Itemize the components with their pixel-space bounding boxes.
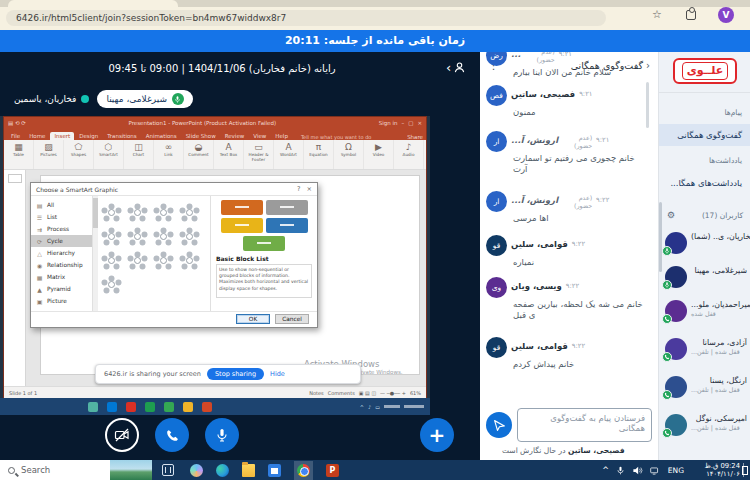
taskbar-clock[interactable]: 09:24 ق.ظ ۱۴۰۴/۱۱/۰۶ xyxy=(686,462,740,479)
category-all[interactable]: ▤All xyxy=(31,199,92,211)
file-explorer-icon[interactable] xyxy=(242,464,255,477)
smartart-thumb[interactable] xyxy=(100,224,122,246)
category-list[interactable]: ☰List xyxy=(31,211,92,223)
sign-in-link[interactable]: Sign in xyxy=(379,120,398,126)
smartart-thumb[interactable] xyxy=(100,272,122,294)
stop-sharing-button[interactable]: Stop sharing xyxy=(207,368,264,380)
ribbon-group[interactable]: ΩSymbol xyxy=(334,140,364,169)
browser-profile-avatar[interactable]: V xyxy=(718,7,734,23)
ribbon-group[interactable]: ▭Header & Footer xyxy=(244,140,274,169)
smartart-thumb[interactable] xyxy=(100,200,122,222)
smartart-thumb[interactable] xyxy=(152,248,174,270)
copilot-icon[interactable] xyxy=(190,464,203,477)
smartart-thumb[interactable] xyxy=(178,224,200,246)
hide-link[interactable]: Hide xyxy=(270,370,285,378)
user-row[interactable]: میراحمدیان، ملو...قفل شده xyxy=(659,300,750,322)
ribbon-group[interactable]: ♪Audio xyxy=(394,140,424,169)
actions-plus-button[interactable]: + xyxy=(420,418,454,452)
category-pyramid[interactable]: ▲Pyramid xyxy=(31,283,92,295)
slide-thumbnail[interactable] xyxy=(8,174,22,183)
ppt-tab-file[interactable]: File xyxy=(7,132,24,140)
sidebar-item-public-chat[interactable]: گفت‌وگوی همگانی xyxy=(659,124,750,146)
bookmark-star-icon[interactable]: ☆ xyxy=(652,8,662,21)
tray-volume-icon[interactable] xyxy=(632,465,643,476)
view-icons[interactable]: ▣ ▤ ◫ xyxy=(359,390,376,396)
microsoft-store-icon[interactable] xyxy=(268,464,281,477)
search-highlights-image[interactable] xyxy=(110,460,152,480)
category-process[interactable]: ⇉Process xyxy=(31,223,92,235)
action-center-icon[interactable] xyxy=(743,463,750,477)
close-icon[interactable]: × xyxy=(307,185,312,193)
chat-scrollbar[interactable] xyxy=(646,82,649,128)
zoom-slider[interactable]: — ─●── + xyxy=(380,390,406,396)
url-bar[interactable]: 6426.ir/html5client/join?sessionToken=bn… xyxy=(6,10,606,26)
notes-button[interactable]: Notes xyxy=(309,390,323,396)
sidebar-item-shared-notes[interactable]: یادداشت‌های همگا... xyxy=(659,172,750,194)
ppt-tab-help[interactable]: Help xyxy=(271,132,292,140)
category-picture[interactable]: ▣Picture xyxy=(31,295,92,307)
help-icon[interactable]: ? xyxy=(297,185,300,193)
comments-button[interactable]: Comments xyxy=(328,390,355,396)
ppt-tab-review[interactable]: Review xyxy=(221,132,249,140)
ribbon-group[interactable]: ⬠Shapes xyxy=(64,140,94,169)
minimize-icon[interactable]: – xyxy=(401,120,404,126)
user-row[interactable]: فخاریان، ی.. (شما) xyxy=(659,232,750,254)
send-message-button[interactable] xyxy=(486,412,512,438)
task-view-icon[interactable] xyxy=(162,464,174,476)
toggle-userlist-button[interactable]: ‹ xyxy=(446,60,466,75)
category-matrix[interactable]: ▦Matrix xyxy=(31,271,92,283)
manage-users-gear-icon[interactable]: ⚙ xyxy=(667,210,675,220)
taskbar-search-box[interactable]: Search xyxy=(0,460,110,480)
user-row[interactable]: امیرسکی، نوگلقفل شده | تلفن... xyxy=(659,414,750,436)
category-hierarchy[interactable]: △Hierarchy xyxy=(31,247,92,259)
ppt-tab-design[interactable]: Design xyxy=(75,132,102,140)
ribbon-group[interactable]: ΑWordArt xyxy=(274,140,304,169)
user-row[interactable]: آزادی، مرساناقفل شده | تلفن... xyxy=(659,338,750,360)
cancel-button[interactable]: Cancel xyxy=(275,314,309,324)
close-icon[interactable]: × xyxy=(417,120,422,126)
ribbon-group[interactable]: πEquation xyxy=(304,140,334,169)
tray-expand-icon[interactable]: ^ xyxy=(602,466,609,475)
category-relationship[interactable]: ◉Relationship xyxy=(31,259,92,271)
speaker-tab-shirgholami[interactable]: شیرغلامی، مهینا xyxy=(97,90,193,108)
smartart-thumb[interactable] xyxy=(100,248,122,270)
chrome-icon-active[interactable] xyxy=(294,461,313,480)
ribbon-group[interactable]: AText Box xyxy=(214,140,244,169)
user-row[interactable]: شیرغلامی، مهینا xyxy=(659,266,750,288)
ppt-tab-view[interactable]: View xyxy=(249,132,270,140)
user-row[interactable]: ارنگل، یسناقفل شده | تلفن... xyxy=(659,376,750,398)
smartart-thumb[interactable] xyxy=(126,224,148,246)
category-cycle[interactable]: ⟳Cycle xyxy=(31,235,92,247)
ribbon-group[interactable]: ▨Pictures xyxy=(34,140,64,169)
mute-button[interactable] xyxy=(205,418,239,452)
ok-button[interactable]: OK xyxy=(236,314,270,324)
maximize-icon[interactable]: ▢ xyxy=(408,120,413,126)
keyboard-language[interactable]: ENG xyxy=(668,466,684,475)
smartart-thumb[interactable] xyxy=(126,248,148,270)
smartart-thumb[interactable] xyxy=(178,200,200,222)
powerpoint-icon[interactable]: P xyxy=(326,464,339,477)
browser-tab[interactable] xyxy=(8,0,178,7)
smartart-thumb[interactable] xyxy=(126,200,148,222)
chat-message-input[interactable] xyxy=(517,408,652,442)
edge-icon[interactable] xyxy=(216,464,229,477)
ribbon-group[interactable]: ∞Link xyxy=(154,140,184,169)
ribbon-group[interactable]: ◒Comment xyxy=(184,140,214,169)
ppt-tab-animations[interactable]: Animations xyxy=(142,132,181,140)
zoom-level[interactable]: 61% xyxy=(410,390,421,396)
ppt-tab-slideshow[interactable]: Slide Show xyxy=(182,132,220,140)
ribbon-group[interactable]: ⬡SmartArt xyxy=(94,140,124,169)
smartart-thumb[interactable] xyxy=(152,224,174,246)
speaker-tab-fakharian[interactable]: فخاریان، یاسمین xyxy=(14,94,89,104)
slide-thumbnails-pane[interactable] xyxy=(4,170,26,386)
ribbon-group[interactable]: ▦Table xyxy=(4,140,34,169)
extensions-icon[interactable] xyxy=(686,10,696,20)
smartart-thumb[interactable] xyxy=(152,200,174,222)
tray-network-icon[interactable] xyxy=(650,465,661,475)
ppt-tab-insert[interactable]: Insert xyxy=(50,132,74,140)
ribbon-group[interactable]: ◫Chart xyxy=(124,140,154,169)
chat-messages[interactable]: رض ... (عدم حضور) ۹:۲۱ سلام خانم من الان… xyxy=(480,52,652,376)
ppt-tab-transitions[interactable]: Transitions xyxy=(103,132,140,140)
camera-off-button[interactable] xyxy=(105,418,139,452)
ribbon-group[interactable]: ▶Video xyxy=(364,140,394,169)
